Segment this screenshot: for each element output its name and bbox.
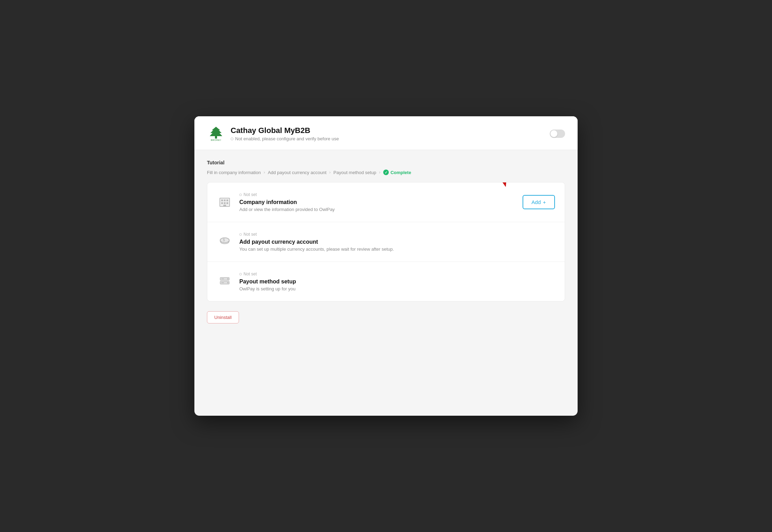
payout-method-icon xyxy=(217,274,232,289)
add-company-plus-icon: + xyxy=(543,199,546,205)
svg-rect-12 xyxy=(223,205,226,206)
svg-rect-21 xyxy=(221,282,224,283)
svg-rect-7 xyxy=(224,200,226,201)
payout-currency-status-text: Not set xyxy=(244,232,257,237)
breadcrumb-sep-3: › xyxy=(379,170,380,175)
company-info-body: Not set Company information Add or view … xyxy=(239,192,516,212)
payout-currency-status: Not set xyxy=(239,232,555,237)
company-icon xyxy=(217,195,232,210)
payout-method-status-text: Not set xyxy=(244,272,257,276)
app-header: 國泰世華銀行 Cathay Global MyB2B Not enabled, … xyxy=(194,116,578,150)
app-status: Not enabled, please configure and verify… xyxy=(231,136,339,141)
breadcrumb-complete: ✓ Complete xyxy=(383,170,411,175)
payout-method-desc: OwlPay is setting up for you xyxy=(239,286,555,291)
header-left: 國泰世華銀行 Cathay Global MyB2B Not enabled, … xyxy=(207,125,339,143)
breadcrumb-add-payout: Add payout currency account xyxy=(268,170,326,175)
company-status-text: Not set xyxy=(244,192,257,197)
header-info: Cathay Global MyB2B Not enabled, please … xyxy=(231,126,339,141)
svg-rect-11 xyxy=(226,202,228,204)
svg-rect-9 xyxy=(221,202,223,204)
svg-rect-6 xyxy=(221,200,223,201)
breadcrumb-fill-company: Fill in company information xyxy=(207,170,261,175)
svg-rect-20 xyxy=(221,279,224,279)
payout-method-card: Not set Payout method setup OwlPay is se… xyxy=(207,262,565,301)
payout-currency-body: Not set Add payout currency account You … xyxy=(239,232,555,252)
svg-rect-2 xyxy=(215,136,217,139)
svg-text:國泰世華銀行: 國泰世華銀行 xyxy=(211,139,221,141)
svg-text:$: $ xyxy=(223,238,225,242)
add-company-label: Add xyxy=(532,199,541,205)
uninstall-button[interactable]: Uninstall xyxy=(207,311,239,323)
company-status-dot-icon xyxy=(239,194,242,196)
status-text: Not enabled, please configure and verify… xyxy=(235,136,339,141)
company-info-status: Not set xyxy=(239,192,516,197)
payout-method-status: Not set xyxy=(239,272,555,276)
app-logo: 國泰世華銀行 xyxy=(207,125,225,143)
add-company-button[interactable]: Add + xyxy=(523,195,555,209)
svg-rect-8 xyxy=(226,200,228,201)
cards-container: Not set Company information Add or view … xyxy=(207,182,565,302)
payout-method-body: Not set Payout method setup OwlPay is se… xyxy=(239,272,555,291)
company-info-desc: Add or view the information provided to … xyxy=(239,207,516,212)
svg-rect-10 xyxy=(224,202,226,204)
complete-label: Complete xyxy=(391,170,411,175)
arrow-annotation xyxy=(472,182,511,191)
breadcrumb-sep-1: › xyxy=(264,170,265,175)
breadcrumb: Fill in company information › Add payout… xyxy=(207,170,565,175)
payout-currency-title: Add payout currency account xyxy=(239,239,555,245)
status-dot-icon xyxy=(231,138,233,140)
main-window: 國泰世華銀行 Cathay Global MyB2B Not enabled, … xyxy=(194,116,578,416)
company-info-card: Not set Company information Add or view … xyxy=(207,182,565,222)
tutorial-label: Tutorial xyxy=(207,160,565,165)
payout-currency-desc: You can set up multiple currency account… xyxy=(239,247,555,252)
complete-check-icon: ✓ xyxy=(383,170,389,175)
enable-toggle[interactable] xyxy=(550,130,565,138)
payout-currency-card: $ Not set Add payout currency account Yo… xyxy=(207,222,565,262)
svg-point-18 xyxy=(227,278,229,280)
company-info-action: Add + xyxy=(523,195,555,209)
payout-currency-status-dot-icon xyxy=(239,233,242,236)
tutorial-section: Tutorial Fill in company information › A… xyxy=(207,160,565,175)
breadcrumb-sep-2: › xyxy=(329,170,331,175)
svg-point-19 xyxy=(227,282,229,283)
main-content: Tutorial Fill in company information › A… xyxy=(194,150,578,333)
app-title: Cathay Global MyB2B xyxy=(231,126,339,135)
payout-method-status-dot-icon xyxy=(239,273,242,275)
breadcrumb-payout-setup: Payout method setup xyxy=(333,170,376,175)
payout-method-title: Payout method setup xyxy=(239,279,555,285)
payout-currency-icon: $ xyxy=(217,234,232,250)
company-info-title: Company information xyxy=(239,199,516,205)
